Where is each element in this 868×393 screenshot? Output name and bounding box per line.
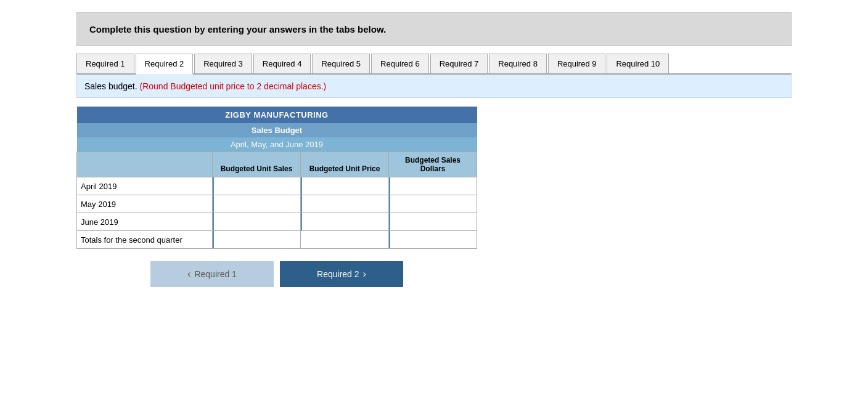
nav-buttons: ‹ Required 1 Required 2 ›: [76, 261, 477, 287]
tab-required-5[interactable]: Required 5: [312, 54, 370, 73]
tabs-row: Required 1 Required 2 Required 3 Require…: [76, 54, 792, 75]
tab-required-1[interactable]: Required 1: [76, 54, 134, 73]
row-totals-sales-dollars-cell: [389, 231, 477, 249]
row-totals-unit-sales-input[interactable]: [213, 231, 300, 248]
row-may-sales-dollars-cell: [389, 195, 477, 213]
row-june-unit-price-input[interactable]: [301, 213, 388, 230]
row-june-unit-sales-input[interactable]: [213, 213, 300, 230]
row-may-unit-price-input[interactable]: [301, 195, 388, 213]
table-row: May 2019: [77, 195, 477, 213]
budget-table: ZIGBY MANUFACTURING Sales Budget April, …: [76, 107, 477, 249]
row-april-unit-price-cell: [301, 177, 389, 195]
col-header-unit-price: Budgeted Unit Price: [301, 152, 389, 177]
sub-instruction-prefix: Sales budget.: [84, 81, 137, 91]
table-row: April 2019: [77, 177, 477, 195]
row-june-label: June 2019: [77, 213, 213, 231]
sub-instruction-bar: Sales budget. (Round Budgeted unit price…: [76, 75, 792, 98]
row-totals-unit-price-cell: [301, 231, 389, 249]
row-april-unit-sales-cell: [213, 177, 301, 195]
row-may-unit-price-cell: [301, 195, 389, 213]
tab-required-7[interactable]: Required 7: [430, 54, 488, 73]
outer-container: Complete this question by entering your …: [76, 12, 792, 287]
col-header-unit-sales: Budgeted Unit Sales: [213, 152, 301, 177]
tab-required-9[interactable]: Required 9: [548, 54, 606, 73]
prev-button-label: Required 1: [194, 269, 237, 279]
row-june-sales-dollars-cell: [389, 213, 477, 231]
row-may-sales-dollars-input[interactable]: [389, 195, 477, 213]
row-april-sales-dollars-cell: [389, 177, 477, 195]
sub-instruction-note: (Round Budgeted unit price to 2 decimal …: [140, 81, 327, 91]
table-company-header: ZIGBY MANUFACTURING: [77, 107, 477, 123]
row-june-sales-dollars-input[interactable]: [389, 213, 477, 230]
tab-required-6[interactable]: Required 6: [371, 54, 429, 73]
row-totals-label: Totals for the second quarter: [77, 231, 213, 249]
tab-required-2[interactable]: Required 2: [136, 54, 194, 75]
table-date-header: April, May, and June 2019: [77, 137, 477, 152]
row-totals-sales-dollars-input[interactable]: [389, 231, 477, 248]
tab-required-10[interactable]: Required 10: [607, 54, 669, 73]
row-april-sales-dollars-input[interactable]: [389, 177, 477, 195]
col-header-sales-dollars: Budgeted Sales Dollars: [389, 152, 477, 177]
prev-button[interactable]: ‹ Required 1: [150, 261, 274, 287]
next-button[interactable]: Required 2 ›: [280, 261, 403, 287]
next-button-label: Required 2: [317, 269, 359, 279]
row-totals-unit-sales-cell: [213, 231, 301, 249]
tab-required-8[interactable]: Required 8: [489, 54, 547, 73]
next-chevron-icon: ›: [363, 269, 366, 280]
table-row: Totals for the second quarter: [77, 231, 477, 249]
table-container: ZIGBY MANUFACTURING Sales Budget April, …: [76, 107, 477, 249]
row-may-unit-sales-cell: [213, 195, 301, 213]
prev-chevron-icon: ‹: [187, 269, 190, 280]
col-header-label: [77, 152, 213, 177]
row-april-label: April 2019: [77, 177, 213, 195]
instruction-text: Complete this question by entering your …: [89, 24, 386, 34]
table-title-header: Sales Budget: [77, 123, 477, 137]
row-may-unit-sales-input[interactable]: [213, 195, 300, 213]
table-row: June 2019: [77, 213, 477, 231]
row-june-unit-sales-cell: [213, 213, 301, 231]
instruction-banner: Complete this question by entering your …: [76, 12, 792, 46]
row-june-unit-price-cell: [301, 213, 389, 231]
row-april-unit-sales-input[interactable]: [213, 177, 300, 195]
row-may-label: May 2019: [77, 195, 213, 213]
tab-required-4[interactable]: Required 4: [253, 54, 311, 73]
row-april-unit-price-input[interactable]: [301, 177, 388, 195]
tab-required-3[interactable]: Required 3: [194, 54, 252, 73]
